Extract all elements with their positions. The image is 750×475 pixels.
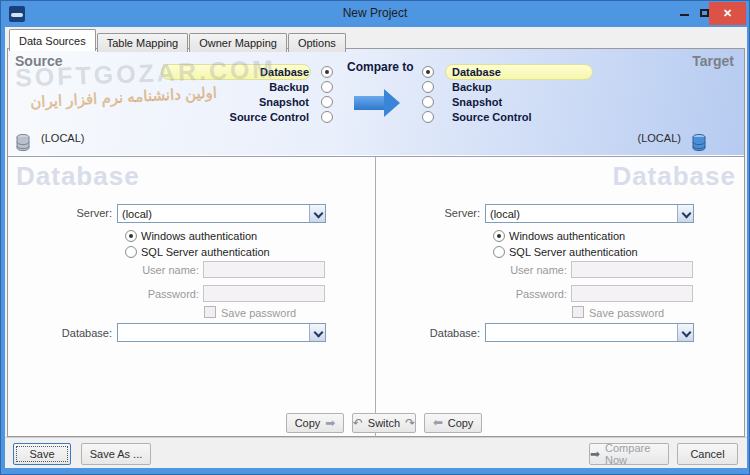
panel-divider [375,157,376,437]
chevron-down-icon[interactable] [309,205,325,222]
source-windows-auth-radio[interactable] [125,230,137,242]
source-database-radio[interactable] [321,66,333,78]
save-button[interactable]: Save [13,443,71,465]
source-heading: Source [15,53,62,69]
option-label: Database [260,66,309,78]
username-label: User name: [497,264,567,276]
sql-auth-label: SQL Server authentication [509,246,638,258]
minimize-icon [680,14,689,16]
new-project-dialog: New Project ✕ SOFTGOZAR.COM اولین دانشنا… [0,0,750,475]
windows-auth-label: Windows authentication [141,230,257,242]
copy-label: Copy [295,417,321,429]
source-target-section: Source Target Database Backup Snapshot [8,49,744,155]
target-database-radio[interactable] [422,66,434,78]
arrow-right-icon: ➡ [590,448,600,460]
database-icon [16,134,30,152]
sql-auth-label: SQL Server authentication [141,246,270,258]
save-as-button[interactable]: Save As ... [81,443,151,465]
target-windows-auth-radio[interactable] [493,230,505,242]
copy-label: Copy [448,417,474,429]
arrow-left-icon: ➡ [433,417,443,429]
username-label: User name: [129,264,199,276]
chevron-down-icon[interactable] [677,205,693,222]
tab-table-mapping[interactable]: Table Mapping [97,33,189,52]
source-username-field[interactable] [203,261,325,278]
source-option-backup[interactable]: Backup [158,80,333,95]
dialog-body: SOFTGOZAR.COM اولین دانشنامه نرم افزار ا… [5,27,747,468]
compare-now-button[interactable]: ➡ Compare Now [589,443,669,465]
source-snapshot-radio[interactable] [321,96,333,108]
curved-arrow-left-icon: ↶ [353,417,363,429]
chevron-down-icon[interactable] [677,324,693,341]
target-option-database[interactable]: Database [422,65,597,80]
compare-now-label: Compare Now [605,442,668,466]
target-sql-auth-radio[interactable] [493,246,505,258]
target-database-combobox[interactable] [485,323,694,342]
copy-to-source-button[interactable]: ➡ Copy [424,413,482,433]
windows-auth-label: Windows authentication [509,230,625,242]
source-local-row: (LOCAL) [16,132,84,152]
source-local-label: (LOCAL) [41,132,84,144]
target-server-combobox[interactable]: (local) [485,204,694,223]
source-save-password-checkbox[interactable] [204,306,216,318]
target-username-field[interactable] [571,261,693,278]
target-option-source-control[interactable]: Source Control [422,110,597,125]
server-value: (local) [490,208,520,220]
option-label: Source Control [230,111,309,123]
source-option-database[interactable]: Database [158,65,333,80]
minimize-button[interactable] [675,1,693,25]
target-option-snapshot[interactable]: Snapshot [422,95,597,110]
compare-arrow-icon [354,96,384,110]
footer-bar: Save Save As ... ➡ Compare Now Cancel [5,437,747,468]
save-password-label: Save password [221,307,296,319]
password-label: Password: [129,288,199,300]
server-value: (local) [122,208,152,220]
switch-button[interactable]: ↶ Switch ↷ [352,413,416,433]
source-server-combobox[interactable]: (local) [117,204,326,223]
source-option-source-control[interactable]: Source Control [158,110,333,125]
tab-strip: Data SourcesTable MappingOwner MappingOp… [9,29,347,49]
target-save-password-checkbox[interactable] [572,306,584,318]
tab-data-sources[interactable]: Data Sources [9,29,96,51]
server-label: Server: [406,207,480,219]
maximize-icon [700,9,709,17]
target-snapshot-radio[interactable] [422,96,434,108]
tab-owner-mapping[interactable]: Owner Mapping [189,33,287,52]
source-backup-radio[interactable] [321,81,333,93]
source-option-snapshot[interactable]: Snapshot [158,95,333,110]
compare-to-label: Compare to [347,60,414,74]
source-database-combobox[interactable] [117,323,326,342]
option-label: Snapshot [259,96,309,108]
source-sql-auth-radio[interactable] [125,246,137,258]
database-icon [692,134,706,152]
save-password-label: Save password [589,307,664,319]
target-source-control-radio[interactable] [422,111,434,123]
target-heading: Target [692,53,734,69]
arrow-right-icon: ➡ [325,417,335,429]
option-label: Snapshot [452,96,502,108]
database-label: Database: [38,327,112,339]
source-password-field[interactable] [203,285,325,302]
title-bar[interactable]: New Project ✕ [1,1,749,27]
close-button[interactable]: ✕ [709,2,746,25]
chevron-down-icon[interactable] [309,324,325,341]
tab-page: Source Target Database Backup Snapshot [7,48,745,437]
option-label: Backup [452,81,492,93]
target-backup-radio[interactable] [422,81,434,93]
save-label: Save [29,448,54,460]
option-label: Backup [269,81,309,93]
target-panel-heading: Database [612,161,736,192]
close-icon: ✕ [723,7,732,20]
option-label: Database [452,66,501,78]
server-label: Server: [38,207,112,219]
window-title: New Project [1,1,749,26]
target-password-field[interactable] [571,285,693,302]
target-option-backup[interactable]: Backup [422,80,597,95]
connection-panels: Database Server: (local) Windows authent… [8,156,744,436]
source-source-control-radio[interactable] [321,111,333,123]
target-local-label: (LOCAL) [638,132,681,144]
copy-to-target-button[interactable]: Copy ➡ [286,413,344,433]
save-as-label: Save As ... [90,448,143,460]
cancel-button[interactable]: Cancel [677,443,738,465]
tab-options[interactable]: Options [288,33,346,52]
